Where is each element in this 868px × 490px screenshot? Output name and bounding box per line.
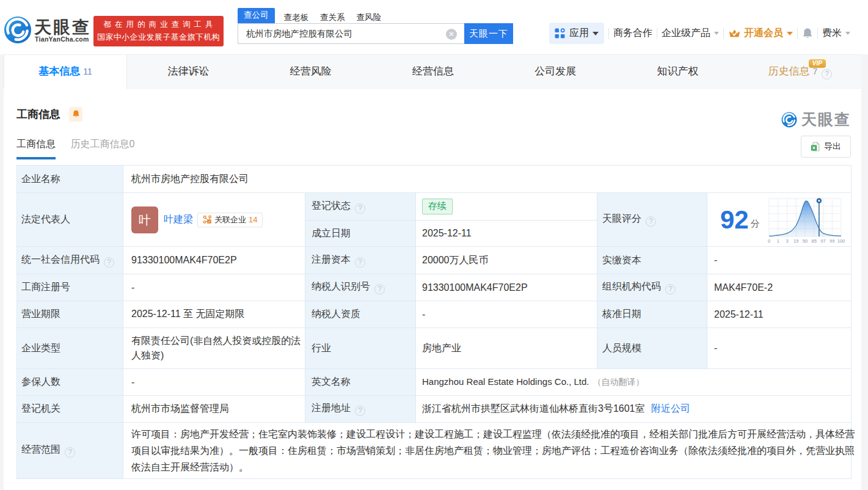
taxpayer-quality-value: - — [416, 301, 597, 328]
apps-dropdown[interactable]: 应用 — [549, 23, 604, 44]
chevron-down-icon — [787, 32, 793, 35]
watermark-text: 天眼查 — [801, 109, 851, 130]
slogan-line1: 都在用的商业查询工具 — [93, 16, 224, 30]
company-type-label: 企业类型 — [17, 328, 123, 369]
paid-capital-label: 实缴资本 — [597, 247, 707, 274]
industry-value: 房地产业 — [416, 328, 597, 369]
nav-tab-label: 基本信息 — [38, 65, 80, 77]
help-icon[interactable]: ? — [374, 284, 385, 294]
auto-translate-note: （自动翻译） — [593, 377, 644, 387]
search-tab-boss[interactable]: 查老板 — [283, 12, 310, 23]
business-scope-line: 依法自主开展经营活动）。 — [131, 459, 851, 475]
tianyancha-logo-icon[interactable] — [4, 16, 32, 44]
legal-rep-link[interactable]: 叶建梁 — [164, 213, 193, 226]
divider — [608, 28, 609, 39]
nav-tab-label: 法律诉讼 — [167, 65, 209, 77]
business-scope-line: 许可项目：房地产开发经营；住宅室内装饰装修；建设工程设计；建设工程施工；建设工程… — [131, 426, 851, 442]
reg-number-value: - — [123, 274, 305, 301]
search-module: 查公司 查老板 查关系 查风险 ✕ 天眼一下 — [238, 10, 513, 44]
help-icon[interactable]: ? — [355, 257, 365, 268]
paid-capital-value: - — [707, 247, 852, 274]
est-date-value: 2025-12-11 — [416, 221, 597, 247]
score-cell: 92 分 0131550859799100 — [707, 193, 852, 247]
business-term-label: 营业期限 — [17, 301, 123, 328]
reg-address-label: 注册地址? — [305, 396, 416, 423]
nav-tab-1[interactable]: 基本信息11 — [4, 55, 127, 89]
credit-code-label: 统一社会信用代码? — [17, 247, 123, 274]
help-icon[interactable]: ? — [104, 257, 114, 268]
nav-tab-5[interactable]: 公司发展 — [494, 55, 616, 88]
section-title: 工商信息 — [16, 107, 60, 122]
search-tab-company[interactable]: 查公司 — [238, 8, 275, 23]
nav-tab-label: 公司发展 — [534, 65, 576, 77]
score-label: 天眼评分? — [597, 193, 707, 247]
apps-label: 应用 — [569, 27, 589, 40]
est-date-label: 成立日期 — [305, 221, 416, 247]
monitor-bell-icon[interactable] — [69, 107, 82, 122]
slogan-banner: 都在用的商业查询工具 国家中小企业发展子基金旗下机构 — [93, 16, 224, 46]
search-button[interactable]: 天眼一下 — [464, 23, 513, 44]
nav-tab-6[interactable]: 知识产权 — [616, 55, 739, 88]
english-name-label: 英文名称 — [305, 369, 416, 396]
svg-text:3: 3 — [786, 238, 788, 244]
related-companies-badge[interactable]: 关联企业 14 — [197, 213, 263, 227]
nav-tab-2[interactable]: 法律诉讼 — [127, 55, 249, 88]
english-name-value: Hangzhou Real Estate Holdings Co., Ltd.（… — [416, 369, 852, 396]
crown-icon — [728, 28, 741, 39]
subtab-history-business-info[interactable]: 历史工商信息0 — [70, 138, 134, 157]
help-icon[interactable]: ? — [822, 69, 832, 79]
apps-grid-icon — [555, 28, 565, 38]
table-row: 工商注册号 - 纳税人识别号? 91330100MAK4F70E2P 组织机构代… — [17, 274, 852, 301]
insured-count-value: - — [123, 369, 305, 396]
score-value: 92 — [720, 207, 749, 233]
svg-text:85: 85 — [811, 238, 816, 244]
header-menu: 应用 商务合作 企业级产品 开通会员 费米 — [549, 23, 850, 44]
export-button[interactable]: 导出 — [801, 136, 851, 158]
chevron-down-icon — [714, 32, 719, 35]
company-name-value: 杭州市房地产控股有限公司 — [123, 166, 852, 193]
clear-search-icon[interactable]: ✕ — [446, 29, 457, 40]
user-dropdown[interactable]: 费米 — [822, 27, 850, 40]
reg-authority-label: 登记机关 — [17, 396, 123, 423]
business-info-card: 工商信息 天眼查 工商信息 历史工商信息0 导出 企业名称 杭州市房地产控股有限… — [4, 89, 861, 490]
business-info-table: 企业名称 杭州市房地产控股有限公司 法定代表人 叶 叶建梁 关联企业 14 登记… — [16, 165, 852, 479]
nav-tab-count: 7 — [812, 67, 817, 76]
nav-tab-4[interactable]: 经营信息 — [372, 55, 494, 88]
help-icon[interactable]: ? — [65, 447, 75, 458]
avatar[interactable]: 叶 — [131, 207, 158, 233]
brand-domain: TianYanCha.com — [35, 35, 89, 43]
enterprise-products-dropdown[interactable]: 企业级产品 — [662, 27, 719, 40]
company-type-value: 有限责任公司(非自然人投资或控股的法人独资) — [123, 328, 305, 369]
nav-tab-label: 历史信息 — [768, 65, 809, 77]
svg-text:100: 100 — [837, 238, 845, 244]
search-tab-risk[interactable]: 查风险 — [356, 12, 383, 23]
org-code-value: MAK4F70E-2 — [707, 274, 852, 301]
reg-authority-value: 杭州市市场监督管理局 — [123, 396, 305, 423]
reg-status-cell: 存续 — [416, 193, 597, 221]
svg-text:50: 50 — [803, 238, 808, 244]
subtab-business-info[interactable]: 工商信息 — [16, 138, 56, 159]
search-input[interactable] — [238, 24, 440, 43]
help-icon[interactable]: ? — [646, 216, 656, 227]
business-scope-value: 许可项目：房地产开发经营；住宅室内装饰装修；建设工程设计；建设工程施工；建设工程… — [123, 423, 852, 479]
nav-tab-count: 11 — [83, 67, 92, 76]
notifications-bell-icon[interactable] — [802, 27, 813, 40]
nav-tab-label: 经营风险 — [290, 65, 332, 77]
nearby-companies-link[interactable]: 附近公司 — [651, 403, 690, 414]
score-unit: 分 — [751, 218, 760, 230]
staff-size-label: 人员规模 — [597, 328, 707, 369]
search-line: ✕ 天眼一下 — [238, 23, 513, 44]
divider — [817, 28, 818, 39]
reg-status-label: 登记状态? — [305, 193, 416, 221]
nav-tab-3[interactable]: 经营风险 — [250, 55, 372, 88]
table-row: 登记机关 杭州市市场监督管理局 注册地址? 浙江省杭州市拱墅区武林街道仙林桥直街… — [17, 396, 852, 423]
nav-tab-7[interactable]: VIP历史信息7? — [739, 55, 861, 88]
help-icon[interactable]: ? — [355, 203, 365, 214]
search-tab-relation[interactable]: 查关系 — [319, 12, 346, 23]
open-vip-dropdown[interactable]: 开通会员 — [728, 27, 793, 40]
taxpayer-quality-label: 纳税人资质 — [305, 301, 416, 328]
business-cooperation-link[interactable]: 商务合作 — [613, 27, 652, 40]
legal-rep-label: 法定代表人 — [17, 193, 123, 247]
help-icon[interactable]: ? — [355, 406, 365, 416]
help-icon[interactable]: ? — [665, 284, 676, 294]
